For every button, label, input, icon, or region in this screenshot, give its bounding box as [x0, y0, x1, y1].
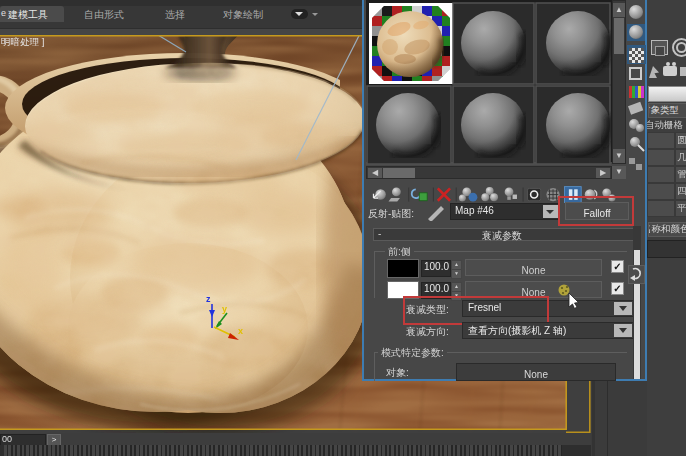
svg-text:明暗处理 ]: 明暗处理 ]: [1, 36, 44, 47]
svg-text:z: z: [206, 294, 211, 304]
svg-text:x: x: [238, 326, 243, 336]
svg-text:y: y: [222, 304, 227, 314]
